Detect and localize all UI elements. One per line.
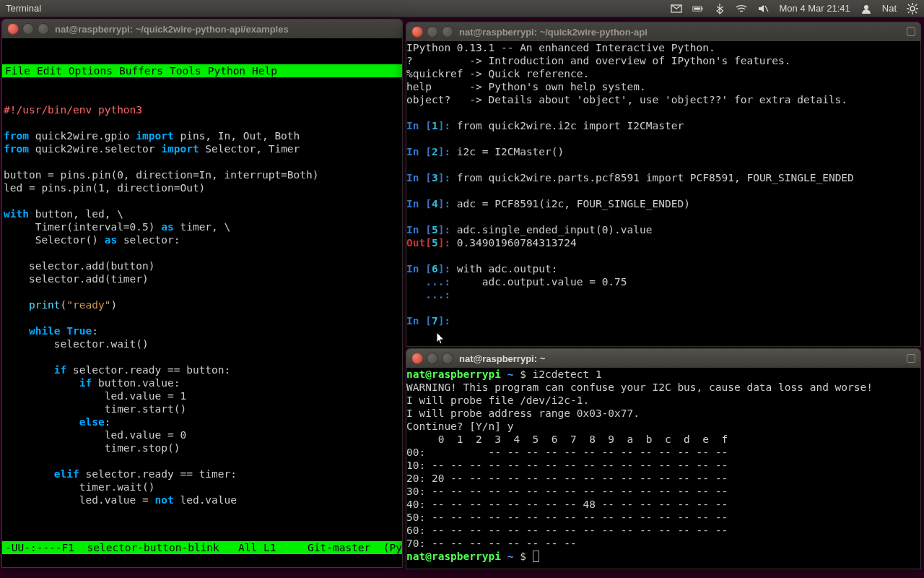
active-app-label: Terminal xyxy=(6,3,41,14)
close-button[interactable] xyxy=(7,23,19,35)
window-toggle-icon[interactable] xyxy=(907,354,915,363)
emacs-code-area[interactable]: #!/usr/bin/env python3 from quick2wire.g… xyxy=(2,103,402,506)
maximize-button[interactable] xyxy=(38,23,49,35)
emacs-menu-item[interactable]: Buffers xyxy=(119,64,163,77)
emacs-body[interactable]: FileEditOptionsBuffersToolsPythonHelp #!… xyxy=(2,38,402,567)
svg-point-6 xyxy=(910,7,915,11)
ipython-titlebar[interactable]: nat@raspberrypi: ~/quick2wire-python-api xyxy=(406,22,920,41)
wifi-icon[interactable] xyxy=(736,3,747,14)
user-icon xyxy=(860,3,872,14)
close-button[interactable] xyxy=(411,353,423,364)
emacs-menu-item[interactable]: Options xyxy=(69,64,113,77)
ipython-window: nat@raspberrypi: ~/quick2wire-python-api… xyxy=(406,22,921,347)
emacs-menu-item[interactable]: File xyxy=(5,64,30,77)
minimize-button[interactable] xyxy=(427,26,438,38)
svg-line-4 xyxy=(765,6,768,12)
svg-point-5 xyxy=(864,5,868,9)
shell-body[interactable]: nat@raspberrypi ~ $ i2cdetect 1WARNING! … xyxy=(406,368,920,569)
emacs-minibuffer[interactable] xyxy=(2,554,402,567)
emacs-statusbar: -UU-:----F1 selector-button-blink All L1… xyxy=(2,541,402,554)
emacs-menu-item[interactable]: Edit xyxy=(37,64,62,77)
window-title: nat@raspberrypi: ~/quick2wire-python-api… xyxy=(55,24,289,35)
volume-icon[interactable] xyxy=(757,3,769,14)
svg-rect-3 xyxy=(694,7,701,9)
emacs-window: nat@raspberrypi: ~/quick2wire-python-api… xyxy=(1,19,403,568)
close-button[interactable] xyxy=(411,26,423,38)
window-title: nat@raspberrypi: ~/quick2wire-python-api xyxy=(459,27,648,38)
svg-line-11 xyxy=(908,4,910,6)
svg-line-13 xyxy=(915,4,917,6)
maximize-button[interactable] xyxy=(442,26,453,38)
bluetooth-icon[interactable] xyxy=(714,3,725,14)
svg-rect-2 xyxy=(702,7,703,9)
svg-line-14 xyxy=(908,12,910,13)
cursor-icon xyxy=(533,551,539,562)
battery-icon[interactable] xyxy=(692,3,704,14)
top-panel: Terminal Mon 4 Mar 21:41 Nat xyxy=(0,0,924,17)
emacs-menu-item[interactable]: Help xyxy=(252,64,277,77)
clock-label[interactable]: Mon 4 Mar 21:41 xyxy=(779,3,850,14)
emacs-menubar[interactable]: FileEditOptionsBuffersToolsPythonHelp xyxy=(2,64,402,77)
mail-icon[interactable] xyxy=(671,3,682,14)
shell-window: nat@raspberrypi: ~ nat@raspberrypi ~ $ i… xyxy=(406,348,921,569)
minimize-button[interactable] xyxy=(427,353,438,364)
user-label[interactable]: Nat xyxy=(882,3,897,14)
emacs-menu-item[interactable]: Tools xyxy=(170,64,201,77)
window-title: nat@raspberrypi: ~ xyxy=(459,353,545,364)
emacs-menu-item[interactable]: Python xyxy=(208,64,245,77)
ipython-body[interactable]: IPython 0.13.1 -- An enhanced Interactiv… xyxy=(406,41,920,346)
window-toggle-icon[interactable] xyxy=(907,27,915,36)
maximize-button[interactable] xyxy=(442,353,453,364)
emacs-titlebar[interactable]: nat@raspberrypi: ~/quick2wire-python-api… xyxy=(2,20,402,38)
gear-icon[interactable] xyxy=(907,3,918,14)
svg-line-12 xyxy=(915,12,917,13)
minimize-button[interactable] xyxy=(22,23,34,35)
shell-titlebar[interactable]: nat@raspberrypi: ~ xyxy=(406,349,920,368)
